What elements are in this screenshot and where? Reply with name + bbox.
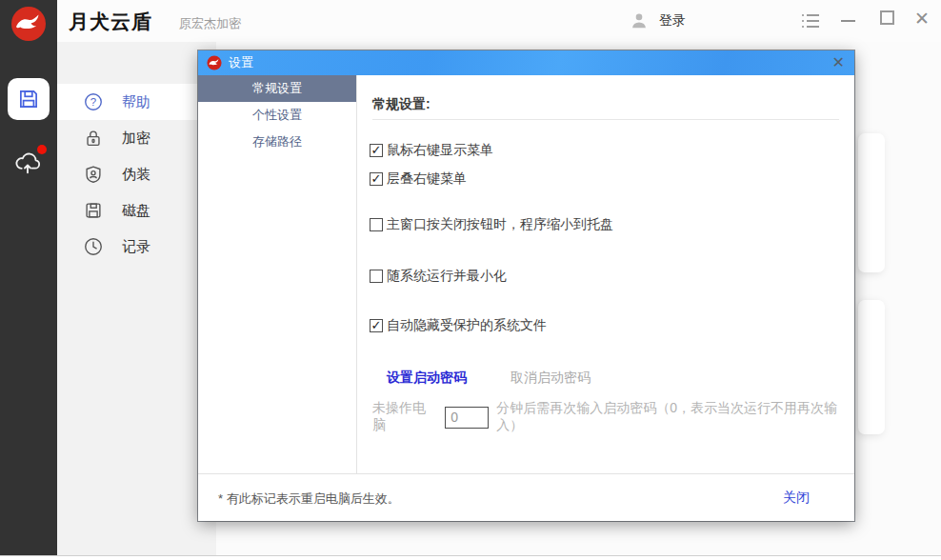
settings-dialog: 设置 ✕ 常规设置 个性设置 存储路径 常规设置: ✓ 鼠标右键显示菜单 ✓ 层… <box>198 50 854 521</box>
checkbox-label: 自动隐藏受保护的系统文件 <box>387 317 547 334</box>
close-button[interactable]: ✕ <box>914 8 930 30</box>
sidebar-disk-button[interactable] <box>8 78 50 120</box>
checkbox-box[interactable]: ✓ <box>370 172 383 186</box>
disk-icon <box>16 87 41 111</box>
checkbox-run-with-system[interactable]: 随系统运行并最小化 <box>370 268 507 285</box>
checkbox-minimize-to-tray[interactable]: 主窗口按关闭按钮时，程序缩小到托盘 <box>370 216 613 233</box>
checkbox-box[interactable] <box>370 218 383 231</box>
sidebar-item-help[interactable]: ? 帮助 <box>57 84 216 120</box>
sidebar-item-records[interactable]: 记录 <box>57 229 216 265</box>
idle-suffix-label: 分钟后需再次输入启动密码（0，表示当次运行不用再次输入） <box>496 400 854 434</box>
dialog-tab-storage-path[interactable]: 存储路径 <box>198 129 356 155</box>
close-icon: ✕ <box>914 9 930 29</box>
minimize-icon <box>841 20 855 22</box>
checkbox-box[interactable]: ✓ <box>370 319 383 332</box>
sidebar-item-label: 磁盘 <box>122 202 150 220</box>
password-links-row: 设置启动密码 取消启动密码 <box>387 370 591 387</box>
sidebar-item-disguise[interactable]: 伪装 <box>57 156 216 192</box>
login-link[interactable]: 登录 <box>659 12 686 30</box>
window-bottom-edge <box>0 555 941 560</box>
checkbox-label: 鼠标右键显示菜单 <box>387 142 493 159</box>
cancel-startup-password-link[interactable]: 取消启动密码 <box>511 370 591 385</box>
sidebar-item-label: 记录 <box>122 238 150 256</box>
notification-dot <box>37 145 47 154</box>
user-icon[interactable] <box>629 10 650 31</box>
dialog-content: 常规设置: ✓ 鼠标右键显示菜单 ✓ 层叠右键菜单 主窗口按关闭按钮时，程序缩小… <box>358 75 854 473</box>
background-card <box>858 300 885 434</box>
list-menu-button[interactable] <box>801 12 820 30</box>
dialog-titlebar[interactable]: 设置 ✕ <box>198 50 854 75</box>
section-heading: 常规设置: <box>372 96 430 113</box>
section-divider <box>372 119 839 120</box>
list-menu-icon <box>801 12 820 30</box>
app-header: 月犬云盾 原宏杰加密 登录 ✕ <box>57 0 941 42</box>
idle-timeout-row: 未操作电脑 分钟后需再次输入启动密码（0，表示当次运行不用再次输入） <box>372 400 854 434</box>
checkbox-hide-protected-files[interactable]: ✓ 自动隐藏受保护的系统文件 <box>370 317 547 334</box>
idle-minutes-input[interactable] <box>445 407 489 429</box>
clock-icon <box>83 236 104 257</box>
app-logo-icon <box>10 6 47 42</box>
help-icon: ? <box>83 91 104 112</box>
svg-text:?: ? <box>90 96 96 108</box>
checkbox-label: 主窗口按关闭按钮时，程序缩小到托盘 <box>387 216 613 233</box>
restart-note: * 有此标记表示重启电脑后生效。 <box>218 490 400 508</box>
lock-icon <box>83 128 104 149</box>
sidebar-item-label: 帮助 <box>122 93 150 111</box>
background-card <box>858 133 885 272</box>
checkbox-label: 随系统运行并最小化 <box>387 268 507 285</box>
dialog-close-button[interactable]: ✕ <box>832 51 845 74</box>
dialog-close-link[interactable]: 关闭 <box>783 490 810 507</box>
idle-prefix-label: 未操作电脑 <box>372 400 437 434</box>
nav-column: ? 帮助 加密 伪装 <box>57 42 216 555</box>
sidebar-item-encrypt[interactable]: 加密 <box>57 120 216 156</box>
checkbox-box[interactable] <box>370 270 383 283</box>
app-sidebar <box>0 0 57 555</box>
disk-icon <box>83 200 104 221</box>
dialog-tab-list: 常规设置 个性设置 存储路径 <box>198 75 357 473</box>
checkbox-mouse-right-menu[interactable]: ✓ 鼠标右键显示菜单 <box>370 142 493 159</box>
dialog-title: 设置 <box>229 54 253 71</box>
minimize-button[interactable] <box>841 11 856 30</box>
dialog-tab-personal[interactable]: 个性设置 <box>198 102 356 129</box>
sidebar-cloud-upload-button[interactable] <box>13 148 44 178</box>
checkbox-label: 层叠右键菜单 <box>387 170 467 188</box>
maximize-button[interactable] <box>880 10 894 25</box>
set-startup-password-link[interactable]: 设置启动密码 <box>387 370 467 385</box>
dialog-logo-icon <box>207 55 222 70</box>
sidebar-item-label: 加密 <box>122 130 150 148</box>
sidebar-item-label: 伪装 <box>122 166 150 184</box>
dialog-tab-general[interactable]: 常规设置 <box>198 75 356 102</box>
app-title: 月犬云盾 <box>69 9 152 35</box>
checkbox-box[interactable]: ✓ <box>370 144 383 157</box>
checkbox-cascade-menu[interactable]: ✓ 层叠右键菜单 <box>370 170 467 188</box>
app-subtitle: 原宏杰加密 <box>179 15 241 32</box>
sidebar-item-disk[interactable]: 磁盘 <box>57 192 216 229</box>
dialog-footer: * 有此标记表示重启电脑后生效。 关闭 <box>198 473 854 521</box>
disguise-icon <box>83 164 104 185</box>
